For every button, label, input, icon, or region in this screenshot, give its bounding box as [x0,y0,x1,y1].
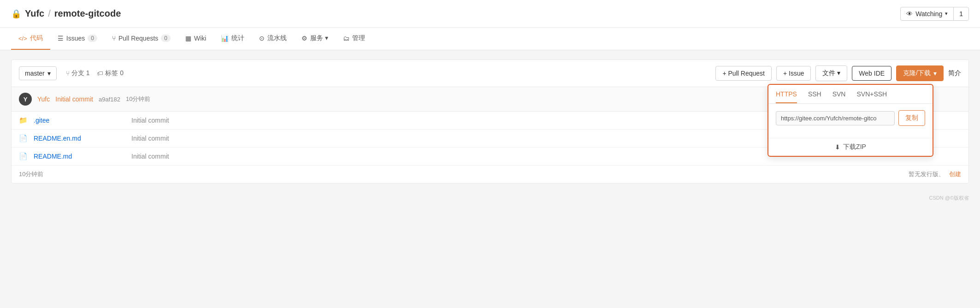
toolbar-right: + Pull Request + Issue 文件 ▾ Web IDE 克隆/下… [715,65,961,81]
nav-tabs: </> 代码 ☰ Issues 0 ⑂ Pull Requests 0 ▦ Wi… [0,28,980,50]
create-release-link[interactable]: 创建 [949,170,961,178]
wiki-icon: ▦ [185,35,191,42]
tab-wiki[interactable]: ▦ Wiki [178,28,213,49]
no-release-text: 暂无发行版、 [909,170,945,178]
commit-author-link[interactable]: Yufc [37,95,50,103]
tab-service[interactable]: ⚙ 服务 ▾ [294,28,336,50]
issues-icon: ☰ [58,35,64,42]
file-name-readme[interactable]: README.md [34,153,126,160]
main-content: master ▾ ⑂ 分支 1 🏷 标签 0 + Pull Request + … [11,59,969,184]
tab-manage-label: 管理 [352,34,365,42]
clone-tab-svn[interactable]: SVN [832,90,846,103]
file-button[interactable]: 文件 ▾ [815,65,847,81]
clone-download-label: 克隆/下载 [903,69,931,77]
branch-count: ⑂ 分支 1 [66,69,90,77]
clone-download-zip[interactable]: ⬇ 下载ZIP [768,138,933,156]
tab-pr-label: Pull Requests [118,35,158,42]
clone-download-button[interactable]: 克隆/下载 ▾ [896,65,944,81]
repo-title: 🔒 Yufc / remote-gitcode [11,8,121,19]
tab-pipeline[interactable]: ⊙ 流水线 [252,28,294,50]
issues-badge: 0 [88,35,97,42]
watch-label[interactable]: 👁 Watching ▾ [901,7,954,20]
watermark: CSDN @©版权省 [0,193,980,203]
issue-button[interactable]: + Issue [776,66,811,81]
branch-fork-icon: ⑂ [66,70,70,77]
bottom-bar: 10分钟前 暂无发行版、 创建 [12,165,968,183]
lock-icon: 🔒 [11,9,21,19]
commit-time: 10分钟前 [126,95,150,103]
tab-service-label: 服务 ▾ [310,34,328,42]
clone-url-row: 复制 [776,110,925,126]
tab-stats-label: 统计 [231,34,244,42]
web-ide-button[interactable]: Web IDE [852,66,891,81]
file-icon: 📄 [19,134,28,142]
download-zip-label: 下载ZIP [843,143,866,151]
copy-button[interactable]: 复制 [898,110,925,126]
stats-icon: 📊 [221,35,229,42]
clone-tab-https[interactable]: HTTPS [776,90,797,103]
pr-badge: 0 [161,35,171,42]
folder-icon: 📁 [19,116,28,124]
header-bar: 🔒 Yufc / remote-gitcode 👁 Watching ▾ 1 [0,0,980,28]
bottom-time: 10分钟前 [19,170,43,178]
clone-tab-svnssh[interactable]: SVN+SSH [856,90,887,103]
branch-info: ⑂ 分支 1 🏷 标签 0 [66,69,124,77]
toolbar-left: master ▾ ⑂ 分支 1 🏷 标签 0 [19,66,124,80]
tab-pipeline-label: 流水线 [267,34,287,42]
tab-manage[interactable]: 🗂 管理 [336,28,372,50]
download-zip-link[interactable]: ⬇ 下载ZIP [773,143,928,151]
chevron-branch-icon: ▾ [47,70,51,77]
file-icon-2: 📄 [19,152,28,160]
clone-body: 复制 [768,104,933,132]
clone-chevron-icon: ▾ [933,70,937,77]
tab-issues-label: Issues [66,35,85,42]
branch-name: master [25,70,45,77]
file-name-gitee[interactable]: .gitee [34,117,126,124]
clone-tab-ssh[interactable]: SSH [808,90,821,103]
service-icon: ⚙ [301,35,307,42]
commit-message-link[interactable]: Initial commit [55,95,93,103]
bottom-bar-right: 暂无发行版、 创建 [909,170,961,178]
avatar: Y [19,93,32,106]
download-icon: ⬇ [835,143,840,151]
chevron-down-icon: ▾ [945,11,948,17]
pull-request-button[interactable]: + Pull Request [715,66,771,81]
manage-icon: 🗂 [343,35,349,42]
commit-hash: a9af182 [99,96,120,103]
watching-text: Watching [915,10,942,18]
watch-count[interactable]: 1 [954,7,968,20]
clone-url-input[interactable] [776,111,895,125]
watching-button[interactable]: 👁 Watching ▾ 1 [900,7,969,21]
intro-button[interactable]: 简介 [948,69,961,77]
branch-selector[interactable]: master ▾ [19,66,57,80]
pipeline-icon: ⊙ [259,35,265,42]
repo-name[interactable]: remote-gitcode [54,8,121,19]
clone-tabs: HTTPS SSH SVN SVN+SSH [768,85,933,104]
tab-stats[interactable]: 📊 统计 [213,28,252,50]
tag-icon: 🏷 [97,70,103,77]
clone-dropdown: HTTPS SSH SVN SVN+SSH 复制 ⬇ 下载ZIP [767,84,933,157]
tab-wiki-label: Wiki [194,35,206,42]
tab-code-label: 代码 [30,34,43,42]
eye-icon: 👁 [906,10,913,18]
pr-icon: ⑂ [112,35,116,42]
repo-owner[interactable]: Yufc [25,8,44,19]
code-icon: </> [18,35,27,42]
toolbar: master ▾ ⑂ 分支 1 🏷 标签 0 + Pull Request + … [12,60,968,87]
slash: / [48,8,51,19]
tab-issues[interactable]: ☰ Issues 0 [50,28,105,49]
tag-count: 🏷 标签 0 [97,69,124,77]
tab-code[interactable]: </> 代码 [11,28,50,50]
file-name-readme-en[interactable]: README.en.md [34,135,126,142]
tab-pullrequests[interactable]: ⑂ Pull Requests 0 [105,28,178,49]
